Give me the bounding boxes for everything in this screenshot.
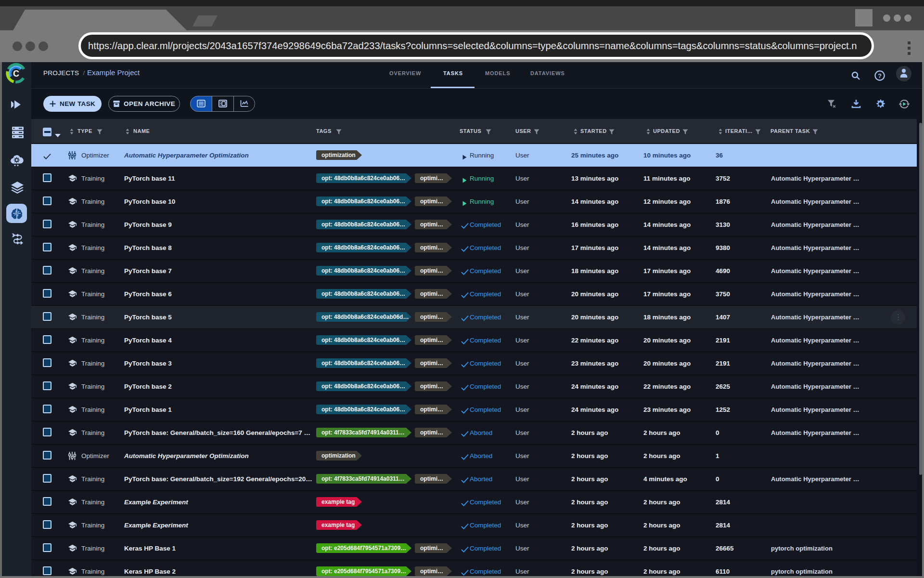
svg-text:C: C (13, 69, 19, 79)
svg-text:?: ? (878, 73, 882, 79)
